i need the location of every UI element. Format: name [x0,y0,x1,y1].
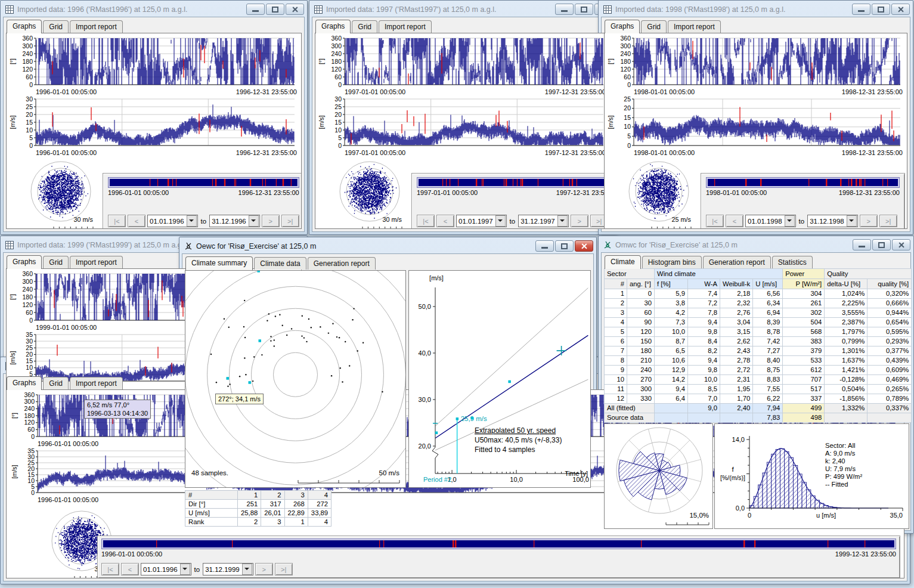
table-cell[interactable]: 33,89 [308,509,331,518]
table-cell[interactable]: 0,377% [867,346,912,356]
timeline-track[interactable] [108,177,299,188]
dropdown-arrow-icon[interactable] [249,215,259,227]
tab-import-report[interactable]: Import report [70,20,123,33]
table-cell[interactable]: 12 [605,394,627,404]
table-cell[interactable]: 0,293% [867,337,912,346]
prev-button[interactable]: < [436,215,454,227]
tab-grid[interactable]: Grid [43,256,69,268]
table-cell[interactable]: 1 [605,289,627,299]
sector-row[interactable]: 123306,47,01,706,22337-1,856%0,789% [605,394,912,404]
sector-row[interactable]: 113009,48,51,957,555170,504%0,265% [605,385,912,394]
table-cell[interactable]: 90 [627,318,655,327]
sector-row[interactable]: 4907,39,43,048,395042,387%0,654% [605,318,912,327]
col-f[interactable]: f [%] [655,279,688,289]
from-date-select[interactable]: 01.01.1996 [147,215,198,227]
table-cell[interactable]: 2,225% [825,299,867,308]
table-cell[interactable]: 8,2 [688,346,720,356]
col-sector-num[interactable]: # [605,279,627,289]
dropdown-arrow-icon[interactable] [557,215,568,227]
table-cell[interactable]: 304 [783,289,825,299]
close-button[interactable] [575,240,593,252]
table-cell[interactable]: 7,0 [688,394,720,404]
table-cell[interactable]: Rank [185,518,238,527]
table-cell[interactable]: 7,2 [688,299,720,308]
table-cell[interactable] [867,413,912,423]
tab-graphs[interactable]: Graphs [605,20,640,33]
window-titlebar[interactable]: Imported data: 1996 ('RMast1996') at 125… [3,2,305,16]
from-date-select[interactable]: 01.01.1998 [745,215,796,227]
table-cell[interactable]: 6,56 [753,289,783,299]
table-cell[interactable]: -1,856% [825,394,867,404]
table-cell[interactable]: 7,4 [688,289,720,299]
timeline-track[interactable] [417,177,608,188]
maximize-button[interactable] [872,4,890,15]
dropdown-arrow-icon[interactable] [242,564,252,575]
last-button[interactable]: >| [879,215,897,227]
table-cell[interactable] [825,413,867,423]
tab-graphs[interactable]: Graphs [315,20,351,33]
table-cell[interactable]: 1,332% [825,404,867,413]
table-cell[interactable]: 3,15 [720,327,753,337]
table-cell[interactable]: 9,0 [688,404,720,413]
table-cell[interactable]: 240 [627,366,655,375]
all-fitted-row[interactable]: All (fitted)9,02,407,944991,332%0,337% [605,404,912,413]
table-cell[interactable]: 2,62 [720,337,753,346]
table-cell[interactable]: 25,88 [238,509,261,518]
window-titlebar[interactable]: Omwc for 'Risø_Exercise' at 125,0 m [601,238,911,252]
minimize-button[interactable] [852,4,870,15]
minimize-button[interactable] [555,4,574,15]
close-button[interactable] [891,4,910,15]
timeline-track[interactable] [706,177,900,188]
to-date-select[interactable]: 31.12.1997 [518,215,569,227]
table-cell[interactable]: 9,8 [688,327,720,337]
table-cell[interactable]: 6,5 [655,346,688,356]
sector-row[interactable]: 821010,69,42,788,405331,637%0,439% [605,356,912,366]
table-cell[interactable]: All (fitted) [605,404,655,413]
tab-import-report[interactable]: Import report [70,377,123,389]
dropdown-arrow-icon[interactable] [495,215,506,227]
timeline-bar[interactable] [708,179,898,186]
table-cell[interactable]: 7,55 [753,385,783,394]
table-cell[interactable]: 2 [238,518,261,527]
to-date-select[interactable]: 31.12.1999 [203,563,253,575]
extreme-event-row[interactable]: Rank2314 [185,518,331,527]
table-cell[interactable]: 533 [783,356,825,366]
table-cell[interactable]: 2,387% [825,318,867,327]
table-cell[interactable]: 1,637% [825,356,867,366]
table-cell[interactable]: 2,72 [720,366,753,375]
table-cell[interactable]: 1,95 [720,385,753,394]
tab-import-report[interactable]: Import report [70,256,123,268]
window-titlebar[interactable]: Imported data: 1997 ('RMast1997') at 125… [312,2,614,16]
window-titlebar[interactable]: Imported data: 1998 ('RMast1998') at 125… [601,2,910,16]
tab-climate-data[interactable]: Climate data [254,257,306,270]
table-cell[interactable]: 9 [605,366,627,375]
first-button[interactable]: |< [417,215,435,227]
table-cell[interactable]: 4,2 [655,308,688,318]
tab-grid[interactable]: Grid [43,377,69,389]
source-data-row[interactable]: Source data7,83498 [605,413,912,423]
table-cell[interactable]: 8,83 [753,375,783,385]
table-cell[interactable]: 3,04 [720,318,753,327]
table-cell[interactable]: 10 [605,375,627,385]
table-cell[interactable]: 6,34 [753,299,783,308]
sector-row[interactable]: 3604,27,82,766,943023,555%0,944% [605,308,912,318]
tab-climate[interactable]: Climate [605,255,641,269]
table-cell[interactable]: 9,4 [688,318,720,327]
sector-row[interactable]: 512010,09,83,158,785681,797%0,595% [605,327,912,337]
table-cell[interactable]: -0,128% [825,375,867,385]
table-cell[interactable]: 8,4 [688,337,720,346]
dropdown-arrow-icon[interactable] [785,215,795,227]
table-cell[interactable]: 0,320% [867,289,912,299]
to-date-select[interactable]: 31.12.1996 [209,215,260,227]
table-cell[interactable]: 2,43 [720,346,753,356]
table-cell[interactable]: 8,5 [688,385,720,394]
table-cell[interactable]: 22,89 [284,509,308,518]
table-cell[interactable]: 4 [605,318,627,327]
table-cell[interactable]: 379 [783,346,825,356]
table-cell[interactable]: 330 [627,394,655,404]
table-cell[interactable]: 1 [284,518,308,527]
window-imported-1997[interactable]: Imported data: 1997 ('RMast1997') at 125… [309,0,616,235]
col-angle[interactable]: ang. [°] [627,279,655,289]
table-cell[interactable]: 0,337% [867,404,912,413]
table-cell[interactable]: 7,27 [753,346,783,356]
